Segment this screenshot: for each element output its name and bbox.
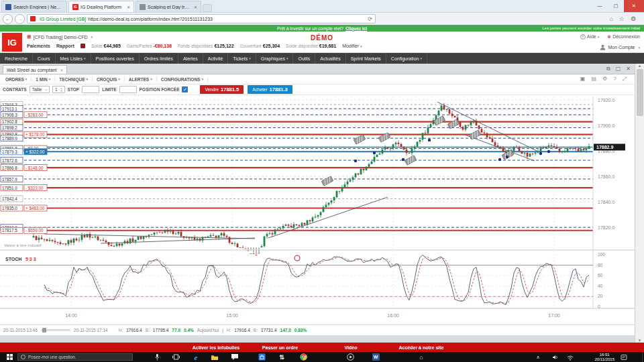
balance-solde: Solde€44,985 xyxy=(91,44,121,48)
today-low: 17731.4 xyxy=(261,328,277,333)
certificate-badge[interactable]: IG Group Limited [GB] xyxy=(40,17,86,21)
volume-icon[interactable] xyxy=(547,352,564,362)
file-explorer-icon[interactable] xyxy=(207,352,223,362)
nav-recherche[interactable]: Recherche xyxy=(0,53,33,64)
chart-window-tab[interactable]: Wall Street au comptant ✕ xyxy=(3,65,67,74)
network-wifi-icon[interactable] xyxy=(562,352,578,362)
tab-close-icon[interactable]: ✕ xyxy=(194,5,197,9)
microphone-icon[interactable] xyxy=(149,352,165,362)
video-play-icon[interactable] xyxy=(342,352,358,362)
logout-link[interactable]: ⊗Déconnexion xyxy=(607,34,640,40)
svg-text:17860.0: 17860.0 xyxy=(598,174,614,179)
menu-paiements[interactable]: Paiements xyxy=(27,44,50,48)
svg-text:Valeur à titre indicatif: Valeur à titre indicatif xyxy=(4,243,42,247)
word-icon[interactable]: W xyxy=(368,352,384,362)
home-icon[interactable]: ⌂ xyxy=(413,352,429,362)
nav-cours[interactable]: Cours xyxy=(33,53,56,64)
browser-tab-ig-platform[interactable]: IG IG Dealing Platform ✕ xyxy=(68,1,134,12)
task-view-icon[interactable] xyxy=(168,352,184,362)
browser-tab-search-engines[interactable]: Search Engines | Ne... xyxy=(1,1,67,12)
nav-activite[interactable]: Activité xyxy=(203,53,229,64)
position-forcee-checkbox[interactable]: ✓ xyxy=(182,86,188,93)
close-window-icon[interactable]: ✕ xyxy=(626,66,631,72)
price-chart-canvas[interactable]: 17920.017900.017880.017860.017840.017820… xyxy=(0,97,635,324)
slider-handle[interactable] xyxy=(42,328,46,333)
svg-text:- $148.00: - $148.00 xyxy=(25,166,44,170)
stepper-arrows-icon[interactable]: ▴▾ xyxy=(61,87,62,93)
mon-compte-menu[interactable]: Mon Compte ▾ xyxy=(600,44,640,50)
action-infobulles[interactable]: Activer les infobulles xyxy=(179,343,253,352)
nav-configuration[interactable]: Configuration▾ xyxy=(386,53,427,64)
home-icon[interactable]: ⌂ xyxy=(609,15,612,22)
time-range-slider[interactable] xyxy=(41,329,70,331)
store-icon[interactable] xyxy=(254,352,270,362)
chevron-down-icon: ▾ xyxy=(25,77,28,81)
nav-alertes[interactable]: Alertes xyxy=(178,53,203,64)
new-tab-button[interactable] xyxy=(203,4,212,12)
taille-select[interactable]: Taille▾ xyxy=(30,86,50,93)
svg-text:17882.9: 17882.9 xyxy=(596,145,613,149)
tab-close-icon[interactable]: ✕ xyxy=(127,5,130,9)
window-tab-close-icon[interactable]: ✕ xyxy=(60,68,63,72)
svg-text:17835.0: 17835.0 xyxy=(2,206,17,210)
nav-graphiques[interactable]: Graphiques▾ xyxy=(256,53,294,64)
svg-text:17889.9: 17889.9 xyxy=(2,136,17,141)
address-bar[interactable]: IG Group Limited [GB] https://demo-deal.… xyxy=(27,14,376,23)
banner-link[interactable]: Cliquez ici xyxy=(345,26,367,31)
scrollbar-thumb[interactable] xyxy=(637,69,643,116)
action-site[interactable]: Accéder à notre site xyxy=(374,343,468,352)
help-link[interactable]: ?Aide▾ xyxy=(580,34,600,40)
menu-technique[interactable]: TECHNIQUE▾ xyxy=(55,77,93,82)
order-arrows-icon[interactable]: ⇅ xyxy=(274,352,290,362)
nav-positions-ouvertes[interactable]: Positions ouvertes xyxy=(91,53,140,64)
chart-settings-gear-icon[interactable]: ⚙ xyxy=(602,76,607,82)
action-passer-ordre[interactable]: Passer un ordre xyxy=(248,343,312,352)
action-video[interactable]: Vidéo xyxy=(331,343,371,352)
menu-alertes[interactable]: ALERTES▾ xyxy=(125,77,157,82)
refresh-icon[interactable]: ⟳ xyxy=(368,16,372,22)
nav-ordres-limites[interactable]: Ordres limités xyxy=(140,53,178,64)
menu-rapport[interactable]: Rapport xyxy=(56,44,74,48)
maximize-window-icon[interactable]: ▢ xyxy=(616,66,621,72)
chrome-icon[interactable] xyxy=(295,352,311,362)
nav-sprint-markets[interactable]: Sprint Markets xyxy=(346,53,386,64)
start-button[interactable] xyxy=(1,352,17,362)
settings-gear-icon[interactable]: ⚙ xyxy=(631,15,636,22)
nav-mes-listes[interactable]: Mes Listes▾ xyxy=(56,53,91,64)
tray-chevron-up-icon[interactable]: ∧ xyxy=(530,352,546,362)
detach-window-icon[interactable]: ⧉ xyxy=(606,66,610,72)
modifier-link[interactable]: Modifier▾ xyxy=(342,44,362,48)
notification-center-icon[interactable] xyxy=(616,352,632,362)
snapshot-icon[interactable]: ▣ xyxy=(580,76,586,82)
nav-outils[interactable]: Outils xyxy=(293,53,315,64)
maximize-button[interactable]: ▢ xyxy=(608,0,624,12)
internet-explorer-icon[interactable]: e xyxy=(188,352,204,362)
chart-help-icon[interactable]: ? xyxy=(613,76,616,82)
minimize-button[interactable]: — xyxy=(592,0,608,12)
menu-interval[interactable]: 1 MIN▾ xyxy=(32,77,55,82)
close-button[interactable]: ✕ xyxy=(624,0,644,12)
tab-title: Search Engines | Ne... xyxy=(13,5,63,9)
back-button[interactable]: ← xyxy=(3,14,13,24)
stop-input[interactable] xyxy=(82,86,99,93)
sell-button[interactable]: Vendre17881.5 xyxy=(200,85,244,94)
page-scrollbar[interactable]: ▲ ▼ xyxy=(635,64,644,343)
limite-input[interactable] xyxy=(119,86,137,93)
scroll-up-icon[interactable]: ▲ xyxy=(638,64,642,68)
cortana-search-box[interactable]: Posez-moi une question. xyxy=(17,353,133,361)
layout-icon[interactable]: ▤ xyxy=(591,76,596,82)
forward-button[interactable]: → xyxy=(15,14,25,24)
expand-chart-icon[interactable]: ⤢ xyxy=(623,76,627,82)
browser-tab-scalping[interactable]: Scalping et Day trad... ✕ xyxy=(136,1,201,12)
nav-tickets[interactable]: Tickets▾ xyxy=(228,53,256,64)
taskbar-clock[interactable]: 16:51 20/11/2015 xyxy=(594,353,614,362)
menu-configurations[interactable]: CONFIGURATIONS▾ xyxy=(157,77,208,82)
nav-actualites[interactable]: Actualités xyxy=(315,53,345,64)
quantity-stepper[interactable]: 1▴▾ xyxy=(52,86,65,93)
speech-bubble-icon[interactable] xyxy=(227,352,243,362)
buy-button[interactable]: Acheter17881.3 xyxy=(248,85,292,94)
low-label: B: xyxy=(146,328,150,333)
favorites-star-icon[interactable]: ☆ xyxy=(619,15,625,22)
menu-croquis[interactable]: CROQUIS▾ xyxy=(93,77,125,82)
menu-ordres[interactable]: ORDRES▾ xyxy=(1,77,32,82)
